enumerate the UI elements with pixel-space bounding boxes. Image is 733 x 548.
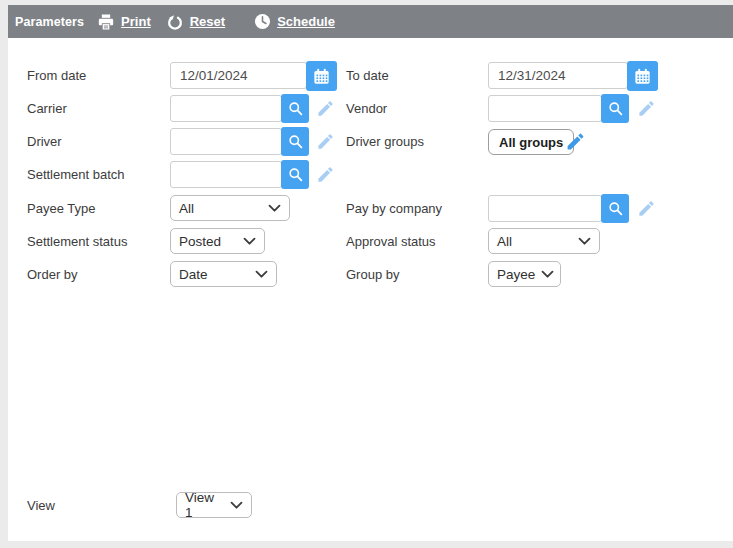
pay-by-company-search-button[interactable] xyxy=(601,194,629,223)
from-date-calendar-button[interactable] xyxy=(306,61,337,91)
settlement-batch-search-button[interactable] xyxy=(281,160,309,189)
driver-groups-button[interactable]: All groups xyxy=(488,129,574,155)
pay-by-company-input[interactable] xyxy=(488,195,602,222)
pay-by-company-label: Pay by company xyxy=(346,201,442,216)
calendar-icon xyxy=(633,67,652,86)
clock-icon xyxy=(253,12,272,31)
settlement-batch-input[interactable] xyxy=(170,161,282,188)
from-date-input[interactable] xyxy=(170,62,307,89)
payee-type-select[interactable]: All xyxy=(170,195,290,221)
settlement-parameters-panel: Parameters Print Reset xyxy=(0,0,733,548)
chevron-down-icon xyxy=(268,204,281,213)
print-button[interactable]: Print xyxy=(96,12,151,32)
approval-status-label: Approval status xyxy=(346,234,436,249)
approval-status-select[interactable]: All xyxy=(488,228,600,254)
approval-status-value: All xyxy=(497,234,512,249)
vendor-label: Vendor xyxy=(346,101,387,116)
vendor-edit-pencil-icon[interactable] xyxy=(637,99,656,118)
printer-icon xyxy=(96,12,116,32)
settlement-batch-edit-pencil-icon[interactable] xyxy=(316,165,335,184)
settlement-status-label: Settlement status xyxy=(27,234,127,249)
carrier-label: Carrier xyxy=(27,101,67,116)
pay-by-company-edit-pencil-icon[interactable] xyxy=(637,199,656,218)
print-label: Print xyxy=(121,14,151,29)
group-by-select[interactable]: Payee xyxy=(488,261,561,287)
carrier-edit-pencil-icon[interactable] xyxy=(316,99,335,118)
order-by-label: Order by xyxy=(27,267,78,282)
to-date-calendar-button[interactable] xyxy=(627,61,658,91)
order-by-select[interactable]: Date xyxy=(170,261,277,287)
toolbar: Parameters Print Reset xyxy=(8,5,733,38)
search-icon xyxy=(287,166,304,183)
schedule-label: Schedule xyxy=(277,14,335,29)
panel-title: Parameters xyxy=(15,15,84,29)
search-icon xyxy=(287,133,304,150)
to-date-label: To date xyxy=(346,68,389,83)
left-margin xyxy=(0,0,8,548)
search-icon xyxy=(607,200,624,217)
settlement-batch-label: Settlement batch xyxy=(27,167,125,182)
vendor-search-button[interactable] xyxy=(601,94,629,123)
schedule-button[interactable]: Schedule xyxy=(253,12,335,31)
driver-groups-edit-pencil-icon[interactable] xyxy=(565,131,586,152)
search-icon xyxy=(607,100,624,117)
chevron-down-icon xyxy=(578,237,591,246)
chevron-down-icon xyxy=(243,237,256,246)
chevron-down-icon xyxy=(230,501,243,510)
to-date-input[interactable] xyxy=(488,62,628,89)
driver-search-button[interactable] xyxy=(281,127,309,156)
bottom-margin xyxy=(0,541,733,548)
payee-type-label: Payee Type xyxy=(27,201,95,216)
group-by-label: Group by xyxy=(346,267,399,282)
search-icon xyxy=(287,100,304,117)
settlement-status-value: Posted xyxy=(179,234,221,249)
from-date-label: From date xyxy=(27,68,86,83)
carrier-input[interactable] xyxy=(170,95,282,122)
view-label: View xyxy=(27,498,55,513)
carrier-search-button[interactable] xyxy=(281,94,309,123)
reset-button[interactable]: Reset xyxy=(165,12,225,32)
driver-groups-label: Driver groups xyxy=(346,134,424,149)
vendor-input[interactable] xyxy=(488,95,602,122)
view-value: View 1 xyxy=(185,490,224,520)
settlement-status-select[interactable]: Posted xyxy=(170,228,265,254)
reset-label: Reset xyxy=(190,14,225,29)
driver-label: Driver xyxy=(27,134,62,149)
order-by-value: Date xyxy=(179,267,208,282)
driver-edit-pencil-icon[interactable] xyxy=(316,132,335,151)
view-select[interactable]: View 1 xyxy=(176,492,252,518)
group-by-value: Payee xyxy=(497,267,535,282)
driver-input[interactable] xyxy=(170,128,282,155)
chevron-down-icon xyxy=(541,270,554,279)
reset-icon xyxy=(165,12,185,32)
chevron-down-icon xyxy=(255,270,268,279)
payee-type-value: All xyxy=(179,201,194,216)
calendar-icon xyxy=(312,67,331,86)
